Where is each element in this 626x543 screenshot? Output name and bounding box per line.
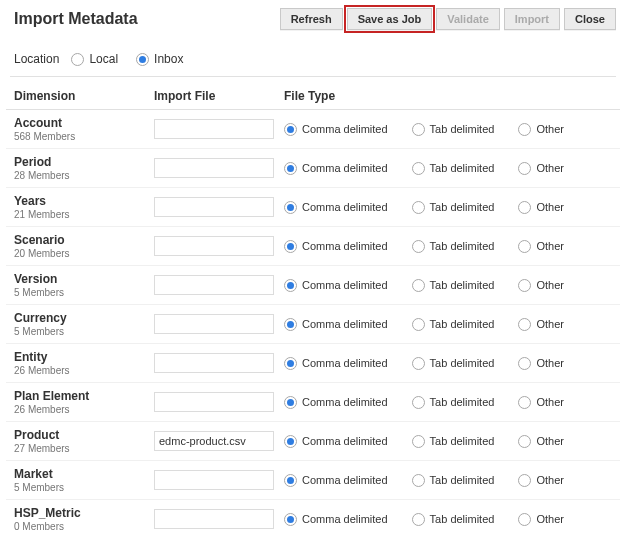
radio-icon <box>518 513 531 526</box>
table-header-row: Dimension Import File File Type <box>6 83 620 110</box>
file-type-radio-tab[interactable]: Tab delimited <box>412 201 495 214</box>
dialog-toolbar: Refresh Save as Job Validate Import Clos… <box>276 8 616 30</box>
file-type-label: Comma delimited <box>302 435 388 447</box>
file-type-cell: Comma delimitedTab delimitedOther <box>276 227 620 266</box>
file-type-radio-other[interactable]: Other <box>518 279 564 292</box>
table-row: Scenario20 MembersComma delimitedTab del… <box>6 227 620 266</box>
location-radio-inbox[interactable]: Inbox <box>136 52 183 66</box>
file-type-cell: Comma delimitedTab delimitedOther <box>276 149 620 188</box>
import-button[interactable]: Import <box>504 8 560 30</box>
file-type-label: Other <box>536 513 564 525</box>
import-file-cell <box>146 344 276 383</box>
import-file-cell <box>146 305 276 344</box>
dimension-cell: Years21 Members <box>6 188 146 227</box>
col-import-file: Import File <box>146 83 276 110</box>
file-type-radio-other[interactable]: Other <box>518 513 564 526</box>
file-type-radio-comma[interactable]: Comma delimited <box>284 240 388 253</box>
radio-icon <box>284 435 297 448</box>
dimension-members: 21 Members <box>14 209 138 220</box>
file-type-radio-comma[interactable]: Comma delimited <box>284 396 388 409</box>
import-file-input[interactable] <box>154 314 274 334</box>
file-type-radio-comma[interactable]: Comma delimited <box>284 357 388 370</box>
radio-icon <box>284 123 297 136</box>
import-metadata-dialog: Import Metadata Refresh Save as Job Vali… <box>0 0 626 543</box>
file-type-radio-other[interactable]: Other <box>518 240 564 253</box>
table-row: Years21 MembersComma delimitedTab delimi… <box>6 188 620 227</box>
save-as-job-button[interactable]: Save as Job <box>347 8 433 30</box>
validate-button[interactable]: Validate <box>436 8 500 30</box>
file-type-radio-comma[interactable]: Comma delimited <box>284 123 388 136</box>
file-type-label: Tab delimited <box>430 123 495 135</box>
import-file-input[interactable] <box>154 392 274 412</box>
file-type-group: Comma delimitedTab delimitedOther <box>284 240 620 253</box>
file-type-radio-other[interactable]: Other <box>518 474 564 487</box>
file-type-label: Other <box>536 318 564 330</box>
file-type-radio-other[interactable]: Other <box>518 123 564 136</box>
file-type-radio-tab[interactable]: Tab delimited <box>412 396 495 409</box>
radio-icon <box>518 435 531 448</box>
file-type-radio-comma[interactable]: Comma delimited <box>284 318 388 331</box>
file-type-radio-comma[interactable]: Comma delimited <box>284 474 388 487</box>
file-type-label: Tab delimited <box>430 357 495 369</box>
radio-icon <box>284 396 297 409</box>
content-area: Dimension Import File File Type Account5… <box>6 83 620 535</box>
file-type-radio-other[interactable]: Other <box>518 318 564 331</box>
table-row: Market5 MembersComma delimitedTab delimi… <box>6 461 620 500</box>
file-type-radio-comma[interactable]: Comma delimited <box>284 162 388 175</box>
file-type-radio-other[interactable]: Other <box>518 396 564 409</box>
file-type-radio-tab[interactable]: Tab delimited <box>412 513 495 526</box>
file-type-cell: Comma delimitedTab delimitedOther <box>276 461 620 500</box>
file-type-radio-tab[interactable]: Tab delimited <box>412 357 495 370</box>
file-type-radio-tab[interactable]: Tab delimited <box>412 318 495 331</box>
radio-icon <box>518 240 531 253</box>
file-type-radio-tab[interactable]: Tab delimited <box>412 162 495 175</box>
file-type-label: Comma delimited <box>302 396 388 408</box>
close-button[interactable]: Close <box>564 8 616 30</box>
import-file-input[interactable] <box>154 158 274 178</box>
import-file-input[interactable] <box>154 236 274 256</box>
file-type-radio-tab[interactable]: Tab delimited <box>412 474 495 487</box>
dimension-name: HSP_Metric <box>14 506 138 520</box>
file-type-radio-other[interactable]: Other <box>518 201 564 214</box>
file-type-radio-comma[interactable]: Comma delimited <box>284 513 388 526</box>
import-file-input[interactable] <box>154 119 274 139</box>
import-file-input[interactable] <box>154 275 274 295</box>
location-local-label: Local <box>89 52 118 66</box>
refresh-button[interactable]: Refresh <box>280 8 343 30</box>
table-row: Account568 MembersComma delimitedTab del… <box>6 110 620 149</box>
table-row: Currency5 MembersComma delimitedTab deli… <box>6 305 620 344</box>
file-type-radio-tab[interactable]: Tab delimited <box>412 240 495 253</box>
radio-icon <box>412 162 425 175</box>
dimension-name: Product <box>14 428 138 442</box>
file-type-group: Comma delimitedTab delimitedOther <box>284 162 620 175</box>
dimension-members: 26 Members <box>14 404 138 415</box>
dimension-cell: Version5 Members <box>6 266 146 305</box>
file-type-radio-comma[interactable]: Comma delimited <box>284 279 388 292</box>
file-type-radio-tab[interactable]: Tab delimited <box>412 279 495 292</box>
radio-icon <box>71 53 84 66</box>
import-file-input[interactable] <box>154 353 274 373</box>
radio-icon <box>284 201 297 214</box>
import-file-input[interactable] <box>154 470 274 490</box>
file-type-radio-tab[interactable]: Tab delimited <box>412 435 495 448</box>
radio-icon <box>284 240 297 253</box>
dimension-name: Account <box>14 116 138 130</box>
file-type-label: Other <box>536 357 564 369</box>
location-radio-local[interactable]: Local <box>71 52 118 66</box>
file-type-group: Comma delimitedTab delimitedOther <box>284 123 620 136</box>
file-type-radio-other[interactable]: Other <box>518 435 564 448</box>
dimension-name: Plan Element <box>14 389 138 403</box>
file-type-radio-other[interactable]: Other <box>518 162 564 175</box>
file-type-radio-comma[interactable]: Comma delimited <box>284 201 388 214</box>
file-type-radio-comma[interactable]: Comma delimited <box>284 435 388 448</box>
scroll-container[interactable]: Dimension Import File File Type Account5… <box>6 83 620 535</box>
file-type-radio-tab[interactable]: Tab delimited <box>412 123 495 136</box>
import-file-input[interactable] <box>154 431 274 451</box>
table-row: Entity26 MembersComma delimitedTab delim… <box>6 344 620 383</box>
dimension-members: 0 Members <box>14 521 138 532</box>
file-type-group: Comma delimitedTab delimitedOther <box>284 201 620 214</box>
radio-icon <box>412 240 425 253</box>
import-file-input[interactable] <box>154 509 274 529</box>
file-type-radio-other[interactable]: Other <box>518 357 564 370</box>
import-file-input[interactable] <box>154 197 274 217</box>
